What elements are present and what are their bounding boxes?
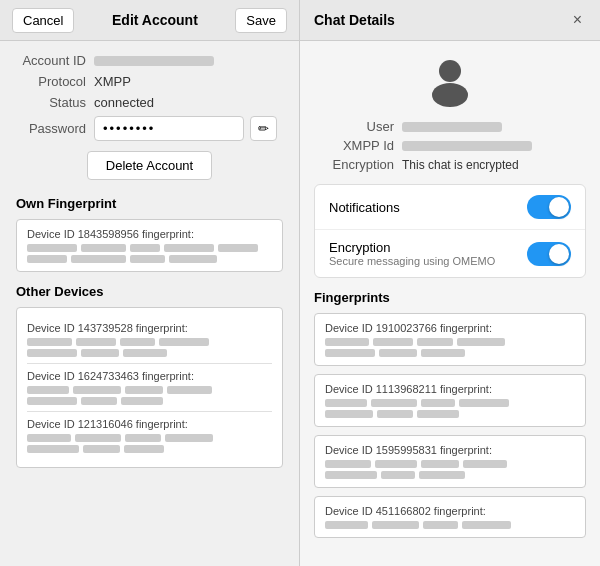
own-fingerprint-box: Device ID 1843598956 fingerprint: — [16, 219, 283, 272]
device-entry-2: Device ID 1624733463 fingerprint: — [27, 364, 272, 412]
notifications-label-group: Notifications — [329, 200, 400, 215]
encryption-label: Encryption — [314, 157, 394, 172]
avatar-area — [314, 53, 586, 107]
other-devices-box: Device ID 143739528 fingerprint: Device … — [16, 307, 283, 468]
account-id-label: Account ID — [16, 53, 86, 68]
password-label: Password — [16, 121, 86, 136]
status-row: Status connected — [16, 95, 283, 110]
password-row: Password ✏ — [16, 116, 283, 141]
status-label: Status — [16, 95, 86, 110]
right-fp-box-3: Device ID 1595995831 fingerprint: — [314, 435, 586, 488]
notifications-label: Notifications — [329, 200, 400, 215]
device-entry-3: Device ID 121316046 fingerprint: — [27, 412, 272, 459]
encryption-sublabel: Secure messaging using OMEMO — [329, 255, 495, 267]
other-devices-title: Other Devices — [16, 284, 283, 299]
avatar — [423, 53, 477, 107]
svg-point-1 — [432, 83, 468, 107]
right-device-4-id: Device ID 451166802 fingerprint: — [325, 505, 575, 517]
protocol-label: Protocol — [16, 74, 86, 89]
xmpp-id-value — [402, 141, 532, 151]
protocol-value: XMPP — [94, 74, 131, 89]
account-id-row: Account ID — [16, 53, 283, 68]
close-button[interactable]: × — [569, 11, 586, 29]
fingerprints-title: Fingerprints — [314, 290, 586, 305]
encryption-value: This chat is encrypted — [402, 158, 519, 172]
password-input[interactable] — [94, 116, 244, 141]
user-row: User — [314, 119, 586, 134]
chat-details-title: Chat Details — [314, 12, 395, 28]
user-label: User — [314, 119, 394, 134]
device-1-id: Device ID 143739528 fingerprint: — [27, 322, 272, 334]
own-fingerprint-title: Own Fingerprint — [16, 196, 283, 211]
left-panel: Cancel Edit Account Save Account ID Prot… — [0, 0, 300, 566]
device-entry-1: Device ID 143739528 fingerprint: — [27, 316, 272, 364]
encryption-label-group: Encryption Secure messaging using OMEMO — [329, 240, 495, 267]
notifications-toggle[interactable] — [527, 195, 571, 219]
device-3-id: Device ID 121316046 fingerprint: — [27, 418, 272, 430]
left-content: Account ID Protocol XMPP Status connecte… — [0, 41, 299, 566]
right-fp-box-2: Device ID 1113968211 fingerprint: — [314, 374, 586, 427]
edit-account-title: Edit Account — [112, 12, 198, 28]
right-fp-box-1: Device ID 1910023766 fingerprint: — [314, 313, 586, 366]
delete-account-area: Delete Account — [16, 151, 283, 180]
encryption-toggle-label: Encryption — [329, 240, 495, 255]
protocol-row: Protocol XMPP — [16, 74, 283, 89]
encryption-toggle-knob — [549, 244, 569, 264]
encryption-note-row: Encryption This chat is encrypted — [314, 157, 586, 172]
right-header: Chat Details × — [300, 0, 600, 41]
status-value: connected — [94, 95, 154, 110]
account-id-value — [94, 56, 214, 66]
encryption-toggle[interactable] — [527, 242, 571, 266]
right-device-1-id: Device ID 1910023766 fingerprint: — [325, 322, 575, 334]
right-fp-box-4: Device ID 451166802 fingerprint: — [314, 496, 586, 538]
encryption-toggle-row: Encryption Secure messaging using OMEMO — [315, 230, 585, 277]
left-header: Cancel Edit Account Save — [0, 0, 299, 41]
own-fp-device-id: Device ID 1843598956 fingerprint: — [27, 228, 272, 240]
notifications-toggle-row: Notifications — [315, 185, 585, 230]
right-content: User XMPP Id Encryption This chat is enc… — [300, 41, 600, 566]
xmpp-id-row: XMPP Id — [314, 138, 586, 153]
xmpp-id-label: XMPP Id — [314, 138, 394, 153]
own-fp-lines — [27, 244, 272, 263]
edit-password-button[interactable]: ✏ — [250, 116, 277, 141]
save-button[interactable]: Save — [235, 8, 287, 33]
right-device-2-id: Device ID 1113968211 fingerprint: — [325, 383, 575, 395]
svg-point-0 — [439, 60, 461, 82]
right-device-3-id: Device ID 1595995831 fingerprint: — [325, 444, 575, 456]
notifications-toggle-knob — [549, 197, 569, 217]
cancel-button[interactable]: Cancel — [12, 8, 74, 33]
user-value — [402, 122, 502, 132]
toggle-section: Notifications Encryption Secure messagin… — [314, 184, 586, 278]
right-panel: Chat Details × User XMPP Id Encryption T… — [300, 0, 600, 566]
device-2-id: Device ID 1624733463 fingerprint: — [27, 370, 272, 382]
delete-account-button[interactable]: Delete Account — [87, 151, 212, 180]
